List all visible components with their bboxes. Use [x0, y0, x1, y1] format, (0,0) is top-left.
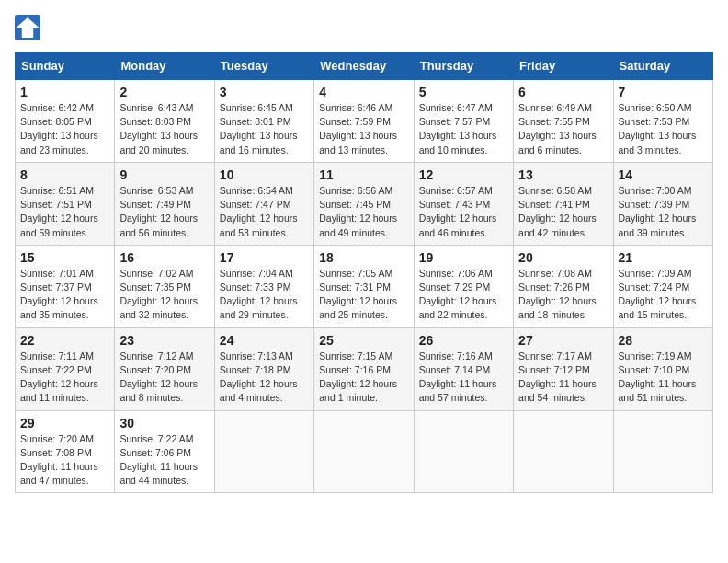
calendar-cell: 13Sunrise: 6:58 AM Sunset: 7:41 PM Dayli… — [514, 162, 613, 245]
day-info: Sunrise: 7:11 AM Sunset: 7:22 PM Dayligh… — [20, 350, 109, 406]
calendar-cell: 19Sunrise: 7:06 AM Sunset: 7:29 PM Dayli… — [414, 245, 513, 327]
day-info: Sunrise: 6:47 AM Sunset: 7:57 PM Dayligh… — [419, 101, 508, 157]
day-number: 25 — [319, 333, 408, 348]
calendar-cell: 22Sunrise: 7:11 AM Sunset: 7:22 PM Dayli… — [16, 327, 115, 410]
day-number: 23 — [119, 333, 209, 348]
day-number: 10 — [220, 167, 309, 182]
calendar-week-row: 29Sunrise: 7:20 AM Sunset: 7:08 PM Dayli… — [16, 410, 713, 493]
day-number: 26 — [419, 333, 508, 348]
day-info: Sunrise: 7:15 AM Sunset: 7:16 PM Dayligh… — [319, 350, 408, 406]
calendar-cell: 6Sunrise: 6:49 AM Sunset: 7:55 PM Daylig… — [514, 80, 613, 163]
day-number: 16 — [119, 250, 209, 265]
day-number: 22 — [20, 333, 109, 348]
calendar-cell: 27Sunrise: 7:17 AM Sunset: 7:12 PM Dayli… — [514, 327, 613, 410]
day-info: Sunrise: 7:05 AM Sunset: 7:31 PM Dayligh… — [319, 267, 408, 323]
day-info: Sunrise: 6:53 AM Sunset: 7:49 PM Dayligh… — [119, 184, 209, 240]
logo-icon — [15, 15, 40, 40]
calendar-cell: 9Sunrise: 6:53 AM Sunset: 7:49 PM Daylig… — [115, 162, 214, 245]
day-info: Sunrise: 7:04 AM Sunset: 7:33 PM Dayligh… — [220, 267, 309, 323]
calendar-cell: 1Sunrise: 6:42 AM Sunset: 8:05 PM Daylig… — [16, 80, 115, 163]
day-info: Sunrise: 7:13 AM Sunset: 7:18 PM Dayligh… — [220, 350, 309, 406]
day-number: 3 — [220, 85, 309, 99]
calendar-cell: 11Sunrise: 6:56 AM Sunset: 7:45 PM Dayli… — [314, 162, 414, 245]
calendar-cell: 16Sunrise: 7:02 AM Sunset: 7:35 PM Dayli… — [115, 245, 214, 327]
day-number: 15 — [20, 250, 109, 265]
calendar-header-row: SundayMondayTuesdayWednesdayThursdayFrid… — [16, 52, 713, 80]
calendar-cell: 10Sunrise: 6:54 AM Sunset: 7:47 PM Dayli… — [214, 162, 313, 245]
logo — [15, 15, 44, 40]
day-number: 19 — [419, 250, 508, 265]
calendar-cell — [514, 410, 613, 493]
day-number: 14 — [619, 167, 708, 182]
day-number: 24 — [220, 333, 309, 348]
day-info: Sunrise: 7:02 AM Sunset: 7:35 PM Dayligh… — [119, 267, 209, 323]
day-of-week-header: Friday — [514, 52, 613, 80]
calendar-cell: 29Sunrise: 7:20 AM Sunset: 7:08 PM Dayli… — [16, 410, 115, 493]
calendar-cell: 15Sunrise: 7:01 AM Sunset: 7:37 PM Dayli… — [16, 245, 115, 327]
day-number: 2 — [119, 85, 209, 99]
day-number: 28 — [619, 333, 708, 348]
day-info: Sunrise: 7:16 AM Sunset: 7:14 PM Dayligh… — [419, 350, 508, 406]
day-info: Sunrise: 6:50 AM Sunset: 7:53 PM Dayligh… — [619, 101, 708, 157]
calendar-week-row: 22Sunrise: 7:11 AM Sunset: 7:22 PM Dayli… — [16, 327, 713, 410]
calendar-cell: 30Sunrise: 7:22 AM Sunset: 7:06 PM Dayli… — [115, 410, 214, 493]
calendar-cell: 28Sunrise: 7:19 AM Sunset: 7:10 PM Dayli… — [613, 327, 712, 410]
calendar-week-row: 8Sunrise: 6:51 AM Sunset: 7:51 PM Daylig… — [16, 162, 713, 245]
day-number: 5 — [419, 85, 508, 99]
calendar-cell: 24Sunrise: 7:13 AM Sunset: 7:18 PM Dayli… — [214, 327, 313, 410]
calendar-cell: 7Sunrise: 6:50 AM Sunset: 7:53 PM Daylig… — [613, 80, 712, 163]
day-of-week-header: Sunday — [16, 52, 115, 80]
day-number: 18 — [319, 250, 408, 265]
day-info: Sunrise: 6:42 AM Sunset: 8:05 PM Dayligh… — [20, 101, 109, 157]
day-number: 30 — [119, 416, 209, 431]
day-number: 4 — [319, 85, 408, 99]
day-info: Sunrise: 6:56 AM Sunset: 7:45 PM Dayligh… — [319, 184, 408, 240]
day-of-week-header: Monday — [115, 52, 214, 80]
page-header — [15, 15, 713, 40]
day-of-week-header: Tuesday — [214, 52, 313, 80]
day-info: Sunrise: 6:45 AM Sunset: 8:01 PM Dayligh… — [220, 101, 309, 157]
day-number: 7 — [619, 85, 708, 99]
calendar-cell: 2Sunrise: 6:43 AM Sunset: 8:03 PM Daylig… — [115, 80, 214, 163]
day-info: Sunrise: 7:06 AM Sunset: 7:29 PM Dayligh… — [419, 267, 508, 323]
day-info: Sunrise: 7:09 AM Sunset: 7:24 PM Dayligh… — [619, 267, 708, 323]
calendar-cell — [214, 410, 313, 493]
day-number: 21 — [619, 250, 708, 265]
calendar-cell: 26Sunrise: 7:16 AM Sunset: 7:14 PM Dayli… — [414, 327, 513, 410]
day-info: Sunrise: 6:49 AM Sunset: 7:55 PM Dayligh… — [518, 101, 608, 157]
day-number: 8 — [20, 167, 109, 182]
calendar-cell: 17Sunrise: 7:04 AM Sunset: 7:33 PM Dayli… — [214, 245, 313, 327]
day-info: Sunrise: 7:08 AM Sunset: 7:26 PM Dayligh… — [518, 267, 608, 323]
calendar-cell: 14Sunrise: 7:00 AM Sunset: 7:39 PM Dayli… — [613, 162, 712, 245]
day-info: Sunrise: 7:12 AM Sunset: 7:20 PM Dayligh… — [119, 350, 209, 406]
calendar-cell: 8Sunrise: 6:51 AM Sunset: 7:51 PM Daylig… — [16, 162, 115, 245]
day-number: 11 — [319, 167, 408, 182]
calendar-cell — [613, 410, 712, 493]
calendar-cell: 23Sunrise: 7:12 AM Sunset: 7:20 PM Dayli… — [115, 327, 214, 410]
calendar-cell: 4Sunrise: 6:46 AM Sunset: 7:59 PM Daylig… — [314, 80, 414, 163]
day-number: 29 — [20, 416, 109, 431]
day-number: 27 — [518, 333, 608, 348]
calendar-week-row: 1Sunrise: 6:42 AM Sunset: 8:05 PM Daylig… — [16, 80, 713, 163]
calendar-cell: 21Sunrise: 7:09 AM Sunset: 7:24 PM Dayli… — [613, 245, 712, 327]
day-of-week-header: Wednesday — [314, 52, 414, 80]
day-info: Sunrise: 7:20 AM Sunset: 7:08 PM Dayligh… — [20, 432, 109, 488]
day-info: Sunrise: 6:58 AM Sunset: 7:41 PM Dayligh… — [518, 184, 608, 240]
day-number: 1 — [20, 85, 109, 99]
calendar-cell: 3Sunrise: 6:45 AM Sunset: 8:01 PM Daylig… — [214, 80, 313, 163]
calendar-cell — [414, 410, 513, 493]
day-info: Sunrise: 6:54 AM Sunset: 7:47 PM Dayligh… — [220, 184, 309, 240]
day-of-week-header: Thursday — [414, 52, 513, 80]
day-info: Sunrise: 7:00 AM Sunset: 7:39 PM Dayligh… — [619, 184, 708, 240]
calendar-cell: 12Sunrise: 6:57 AM Sunset: 7:43 PM Dayli… — [414, 162, 513, 245]
day-info: Sunrise: 7:22 AM Sunset: 7:06 PM Dayligh… — [119, 432, 209, 488]
day-number: 12 — [419, 167, 508, 182]
calendar-week-row: 15Sunrise: 7:01 AM Sunset: 7:37 PM Dayli… — [16, 245, 713, 327]
day-info: Sunrise: 6:51 AM Sunset: 7:51 PM Dayligh… — [20, 184, 109, 240]
day-info: Sunrise: 6:57 AM Sunset: 7:43 PM Dayligh… — [419, 184, 508, 240]
day-number: 13 — [518, 167, 608, 182]
day-info: Sunrise: 6:46 AM Sunset: 7:59 PM Dayligh… — [319, 101, 408, 157]
day-number: 17 — [220, 250, 309, 265]
calendar-cell: 20Sunrise: 7:08 AM Sunset: 7:26 PM Dayli… — [514, 245, 613, 327]
day-info: Sunrise: 7:19 AM Sunset: 7:10 PM Dayligh… — [619, 350, 708, 406]
